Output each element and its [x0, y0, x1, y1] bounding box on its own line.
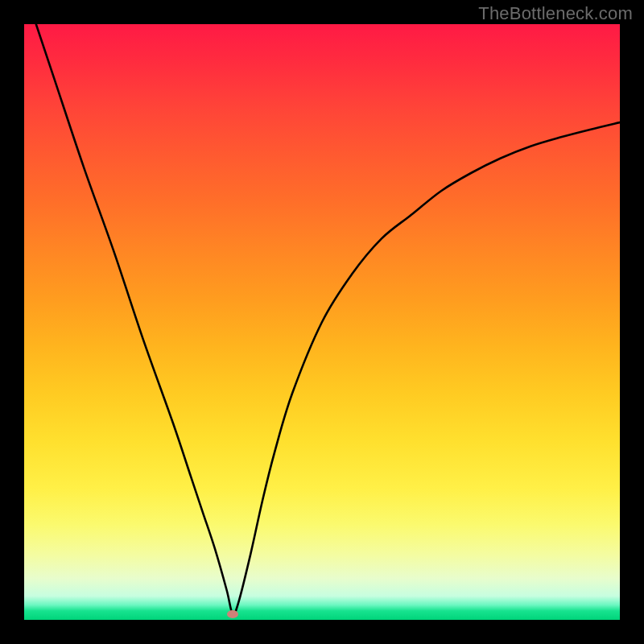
min-point-marker — [227, 610, 238, 618]
watermark-text: TheBottleneck.com — [478, 3, 633, 24]
plot-background-gradient — [24, 24, 620, 620]
chart-frame: TheBottleneck.com — [0, 0, 644, 644]
